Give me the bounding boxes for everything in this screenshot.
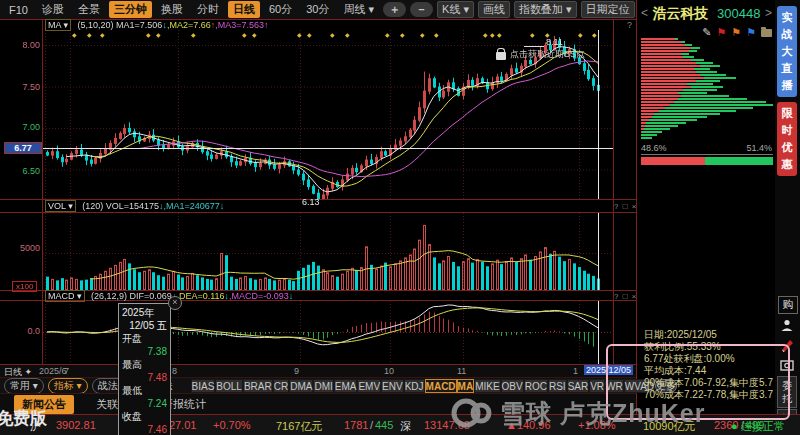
chip-row	[641, 104, 773, 106]
toolbar-button[interactable]: 日期定位	[581, 1, 635, 18]
prev-stock-arrow[interactable]: <	[641, 6, 648, 20]
indicator-tab-EMA[interactable]: EMA	[334, 379, 358, 393]
month-label: 7	[64, 366, 69, 376]
month-label: 10	[384, 366, 394, 376]
crosshair-price-tag: 6.77	[4, 142, 42, 154]
user-icon[interactable]	[778, 318, 796, 334]
toolbar-button[interactable]: 30分	[301, 1, 334, 18]
signal-diamond-icon: ◆	[400, 31, 405, 38]
toolbar-button[interactable]: 三分钟	[109, 1, 152, 18]
stock-code: 300448	[717, 6, 760, 21]
status-item: /	[370, 419, 373, 431]
profit-percent-label: 51.4%	[746, 143, 772, 153]
indicator-tab-VR[interactable]: VR	[589, 379, 605, 393]
indicator-value: ,MA1=240677	[164, 201, 220, 211]
loss-percent-label: 48.6%	[641, 143, 667, 153]
indicator-tab-BRAR[interactable]: BRAR	[243, 379, 273, 393]
macd-pane-controls[interactable]: ? □ ×	[614, 292, 637, 301]
indicator-menu[interactable]: 指标 ▾	[48, 378, 88, 394]
toolbar-button[interactable]: F10	[4, 3, 33, 17]
price-axis-label: 7.50	[2, 82, 40, 92]
ma-params: (5,10,20)	[78, 20, 114, 30]
toolbar-button[interactable]: 换股	[156, 1, 188, 18]
indicator-tab-DMA[interactable]: DMA	[289, 379, 313, 393]
live-broadcast-tab[interactable]: 实战大直播	[777, 6, 797, 97]
toolbar-button[interactable]: 诊股	[37, 1, 69, 18]
chip-row	[641, 38, 773, 40]
indicator-tab-ROC[interactable]: ROC	[524, 379, 548, 393]
vol-selector[interactable]: VOL ▾	[45, 200, 76, 212]
signal-diamond-icon: ◆	[87, 31, 92, 38]
tooltip-rows: 开盘7.38最高7.48最低7.24收盘7.46	[122, 332, 167, 435]
vol-pane-controls[interactable]: ? □ ×	[614, 202, 637, 211]
signal-diamond-icon: ◆	[420, 31, 425, 38]
toolbar-button[interactable]: 画线	[478, 1, 510, 18]
buy-icon[interactable]: 购	[778, 296, 798, 314]
limited-offer-tab[interactable]: 限时优惠	[777, 102, 797, 176]
indicator-value: ,MA3=7.563	[215, 20, 264, 30]
indicator-tab-MIKE[interactable]: MIKE	[474, 379, 500, 393]
month-label: 1	[573, 366, 578, 376]
divider	[641, 154, 773, 155]
chip-row	[641, 71, 773, 73]
tooltip-close-icon[interactable]: ×	[168, 296, 182, 310]
indicator-menu[interactable]: 常用 ▾	[4, 378, 44, 394]
ma-selector[interactable]: MA ▾	[45, 19, 71, 31]
toolbar-button[interactable]: K线 ▾	[437, 1, 474, 18]
chip-row	[641, 119, 773, 121]
help-icon[interactable]: ?	[627, 20, 632, 30]
macd-selector[interactable]: MACD ▾	[45, 290, 85, 302]
trend-arrow-icon: ↓	[220, 201, 225, 211]
chip-row	[641, 77, 773, 79]
chip-row	[641, 80, 773, 82]
status-item: 深	[400, 419, 411, 434]
tooltip-date: 12/05 五	[122, 319, 167, 332]
tooltip-year: 2025年	[122, 306, 167, 319]
stock-name: 浩云科技	[653, 5, 709, 21]
indicator-tab-BIAS[interactable]: BIAS	[191, 379, 216, 393]
indicator-tab-EMV[interactable]: EMV	[357, 379, 381, 393]
indicator-tab-SAR[interactable]: SAR	[567, 379, 590, 393]
signal-diamond-icon: ◆	[242, 31, 247, 38]
folder-icon[interactable]	[761, 29, 772, 37]
indicator-tab-DMI[interactable]: DMI	[313, 379, 333, 393]
month-label: 9	[294, 366, 299, 376]
stock-header: < 浩云科技 300448 >	[637, 4, 776, 23]
chip-row	[641, 107, 773, 109]
chip-row	[641, 128, 773, 130]
tooltip-label: 最高	[122, 358, 167, 371]
indicator-tab-MACD[interactable]: MACD	[425, 379, 457, 393]
price-axis-label: 7.00	[2, 122, 40, 132]
tooltip-label: 最低	[122, 384, 167, 397]
toolbar-button[interactable]: 60分	[264, 1, 297, 18]
indicator-tab-MA[interactable]: MA	[457, 379, 475, 393]
indicator-tab-OBV[interactable]: OBV	[501, 379, 524, 393]
indicator-value: DIF=0.069	[130, 291, 172, 301]
indicator-tab-RSI[interactable]: RSI	[548, 379, 567, 393]
toolbar-button[interactable]: 分时	[192, 1, 224, 18]
toolbar-button[interactable]: 指数叠加 ▾	[514, 1, 577, 18]
chip-row	[641, 62, 773, 64]
macd-axis-label: 0.0	[2, 326, 40, 336]
indicator-tab-KDJ[interactable]: KDJ	[404, 379, 425, 393]
indicator-tab-ENV[interactable]: ENV	[381, 379, 404, 393]
ma-info-row: MA ▾ (5,10,20) MA1=7.506↓,MA2=7.66↑,MA3=…	[45, 20, 268, 30]
toolbar-button[interactable]: ＋	[383, 2, 406, 17]
volume-chart[interactable]	[43, 213, 613, 290]
top-toolbar: F10诊股全景三分钟换股 分时日线60分30分周线 ▾＋－K线 ▾画线指数叠加 …	[0, 0, 636, 20]
bs-point-lock-tip[interactable]: 点击获取近期BS点	[496, 48, 585, 61]
chip-row	[641, 101, 773, 103]
signal-diamond-icon: ◆	[191, 31, 196, 38]
next-stock-arrow[interactable]: >	[765, 6, 772, 20]
chip-row	[641, 83, 773, 85]
toolbar-button[interactable]: 日线	[228, 1, 260, 18]
kline-data-tooltip: 2025年 12/05 五 开盘7.38最高7.48最低7.24收盘7.46	[118, 303, 171, 435]
indicator-tab-CR[interactable]: CR	[273, 379, 289, 393]
chip-row	[641, 56, 773, 58]
toolbar-button[interactable]: －	[410, 2, 433, 17]
indicator-tab-BOLL[interactable]: BOLL	[215, 379, 243, 393]
chip-row	[641, 86, 773, 88]
toolbar-button[interactable]: 全景	[73, 1, 105, 18]
indicator-value: MA1=7.506	[116, 20, 162, 30]
toolbar-button[interactable]: 周线 ▾	[338, 1, 379, 18]
